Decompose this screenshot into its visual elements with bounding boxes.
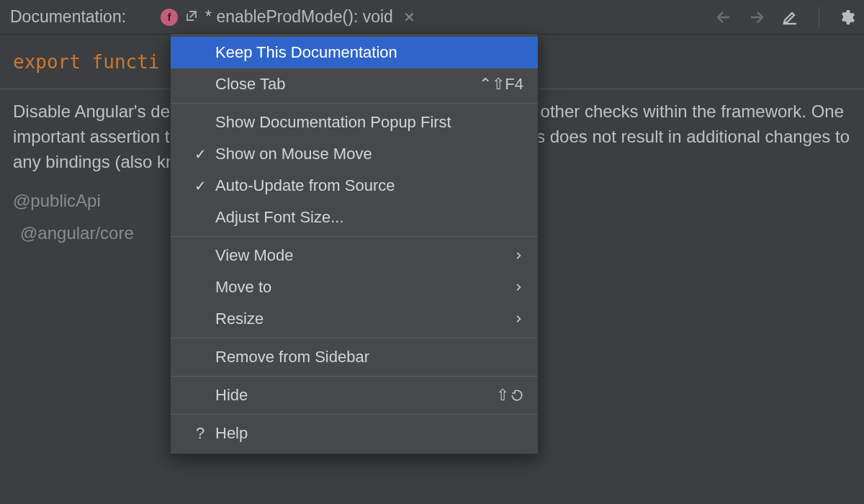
shortcut-label: ⌃⇧F4 bbox=[479, 75, 523, 94]
menu-label: Adjust Font Size... bbox=[215, 208, 523, 227]
documentation-header: Documentation: f * enableProdMode(): voi… bbox=[0, 0, 864, 35]
menu-label: Show on Mouse Move bbox=[215, 145, 523, 163]
menu-label: Show Documentation Popup First bbox=[215, 113, 523, 132]
nav-back-button[interactable] bbox=[715, 9, 732, 26]
menu-item-resize[interactable]: Resize bbox=[171, 303, 538, 335]
edit-button[interactable] bbox=[781, 9, 798, 26]
menu-item-adjust-font-size[interactable]: Adjust Font Size... bbox=[171, 202, 538, 233]
menu-item-close-tab[interactable]: Close Tab ⌃⇧F4 bbox=[171, 68, 538, 100]
settings-button[interactable] bbox=[838, 9, 855, 26]
menu-item-move-to[interactable]: Move to bbox=[171, 271, 538, 303]
panel-title: Documentation: bbox=[10, 7, 126, 27]
menu-separator bbox=[171, 414, 538, 415]
keyword-export: export bbox=[13, 51, 81, 73]
nav-forward-button[interactable] bbox=[748, 9, 765, 26]
check-icon bbox=[185, 145, 215, 163]
menu-item-keep-documentation[interactable]: Keep This Documentation bbox=[171, 37, 538, 68]
open-in-new-icon bbox=[185, 7, 198, 27]
chevron-right-icon bbox=[513, 282, 523, 292]
menu-item-hide[interactable]: Hide ⇧ bbox=[171, 379, 538, 411]
menu-item-auto-update[interactable]: Auto-Update from Source bbox=[171, 170, 538, 202]
toolbar-separator bbox=[819, 6, 819, 28]
menu-item-show-on-mouse-move[interactable]: Show on Mouse Move bbox=[171, 138, 538, 170]
toolbar bbox=[715, 6, 855, 28]
context-menu: Keep This Documentation Close Tab ⌃⇧F4 S… bbox=[170, 33, 539, 454]
hide-shortcut: ⇧ bbox=[496, 386, 523, 405]
menu-label: Help bbox=[215, 424, 523, 443]
menu-item-remove-from-sidebar[interactable]: Remove from Sidebar bbox=[171, 341, 538, 373]
keyword-function-truncated: functi bbox=[92, 51, 160, 73]
function-icon: f bbox=[161, 9, 178, 26]
menu-label: Resize bbox=[215, 310, 513, 328]
menu-item-view-mode[interactable]: View Mode bbox=[171, 240, 538, 271]
tab-label: * enableProdMode(): void bbox=[205, 7, 393, 27]
menu-label: Auto-Update from Source bbox=[215, 176, 523, 195]
documentation-tab[interactable]: f * enableProdMode(): void ✕ bbox=[155, 0, 424, 34]
menu-label: Hide bbox=[215, 386, 496, 405]
menu-separator bbox=[171, 103, 538, 104]
menu-separator bbox=[171, 236, 538, 237]
menu-label: Keep This Documentation bbox=[215, 43, 523, 62]
chevron-right-icon bbox=[513, 251, 523, 261]
close-tab-icon[interactable]: ✕ bbox=[400, 9, 418, 26]
chevron-right-icon bbox=[513, 314, 523, 324]
menu-separator bbox=[171, 338, 538, 338]
menu-label: Move to bbox=[215, 278, 513, 297]
shortcut-label: ⇧ bbox=[496, 386, 509, 405]
menu-label: Close Tab bbox=[215, 75, 479, 94]
menu-separator bbox=[171, 376, 538, 377]
check-icon bbox=[185, 177, 215, 194]
menu-label: Remove from Sidebar bbox=[215, 348, 523, 366]
help-icon: ? bbox=[185, 424, 215, 443]
menu-item-show-popup-first[interactable]: Show Documentation Popup First bbox=[171, 107, 538, 138]
menu-label: View Mode bbox=[215, 246, 513, 265]
menu-item-help[interactable]: ? Help bbox=[171, 418, 538, 449]
